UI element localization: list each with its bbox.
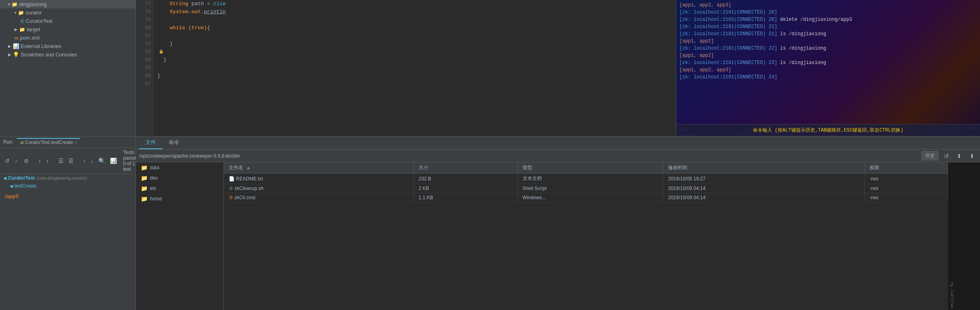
- extra-info: ng Jiafirwx: [948, 162, 980, 310]
- collapse-button[interactable]: ☰: [67, 157, 75, 165]
- col-modified[interactable]: 修改时间: [663, 162, 864, 174]
- download-button[interactable]: ⬇: [967, 152, 977, 160]
- term-line-6: [app1, app2]: [679, 38, 977, 45]
- tree-item-external-libraries[interactable]: ▶ 📊 External Libraries: [0, 42, 136, 50]
- up-button[interactable]: ↑: [82, 157, 88, 165]
- code-line-86: }: [157, 72, 673, 80]
- table-row[interactable]: ⚙ zkCleanup.sh 2 KB Shell Script 2019/10…: [224, 184, 948, 193]
- run-toolbar: ↺ ✓ ⊘ ↕ ↕ ☰ ☰ ↑ ↓ 🔍 📊 Tests passed: 0 of…: [0, 148, 136, 174]
- tab-close-button[interactable]: ×: [75, 140, 77, 145]
- file-name: zkCli.cmd: [234, 195, 255, 200]
- stop-button[interactable]: ⊘: [22, 157, 30, 165]
- code-content: String path = clie System.out.println wh…: [154, 0, 676, 136]
- terminal-input-bar[interactable]: 命令输入 (按ALT键提示历史,TAB键路径,ESC键返回,双击CTRL切换): [676, 124, 980, 136]
- chart-button[interactable]: 📊: [108, 157, 118, 165]
- col-modified-label: 修改时间: [668, 165, 687, 170]
- zk-content: 📁 data 📁 dev 📁 etc 📁 home: [136, 162, 980, 310]
- term-line-1: [app1, app2, app3]: [679, 2, 977, 9]
- search-button[interactable]: 🔍: [97, 157, 107, 165]
- file-table: 文件名 ▲ 大小 类型 修改时间: [224, 162, 948, 202]
- expand-arrow: ▶: [14, 27, 18, 32]
- file-tree: ▾ 📁 dingjiaxiong ▾ 📁 curator C CuratorTe…: [0, 0, 136, 136]
- code-line-80: while (true){: [157, 24, 673, 32]
- col-type[interactable]: 类型: [517, 162, 663, 174]
- table-row[interactable]: 📄 README.txt 232 B 文本文档 2019/10/05 19:27…: [224, 174, 948, 184]
- run-panel: Run: ◀ CuratorTest.testCreate × ↺ ✓ ⊘ ↕ …: [0, 136, 136, 310]
- main-area: ▾ 📁 dingjiaxiong ▾ 📁 curator C CuratorTe…: [0, 0, 980, 136]
- term-line-7: [zk: localhost:2181(CONNECTED) 22] ls /d…: [679, 45, 977, 52]
- tree-item-scratches[interactable]: ▶ 💡 Scratches and Consoles: [0, 50, 136, 59]
- code-line-83: 🔒: [157, 48, 673, 56]
- tree-item-target[interactable]: ▶ 📁 target: [0, 25, 136, 34]
- file-name-cell: ⚙ zkCleanup.sh: [224, 184, 413, 193]
- col-filename[interactable]: 文件名 ▲: [224, 162, 413, 174]
- file-name-cell: ⚙ zkCli.cmd: [224, 193, 413, 202]
- zk-tree-item-home[interactable]: 📁 home: [136, 194, 224, 204]
- zk-tree-item-data[interactable]: 📁 data: [136, 162, 224, 173]
- run-content: ◀ CuratorTest (com.dingjiaxiong.curator)…: [0, 174, 136, 310]
- tree-item-curatortest[interactable]: C CuratorTest: [0, 17, 136, 25]
- tab-files[interactable]: 文件: [139, 136, 162, 149]
- down-button[interactable]: ↓: [89, 157, 95, 165]
- xml-icon: m: [14, 36, 18, 40]
- code-line-85: [157, 64, 673, 72]
- term-line-4: [zk: localhost:2181(CONNECTED) 21]: [679, 23, 977, 30]
- code-line-81: [157, 32, 673, 40]
- output-text: /app3: [5, 193, 18, 199]
- refresh-button[interactable]: ↺: [942, 152, 951, 160]
- tab-command[interactable]: 命令: [162, 136, 186, 149]
- tree-item-dingjiaxiong[interactable]: ▾ 📁 dingjiaxiong: [0, 0, 136, 8]
- bottom-area: Run: ◀ CuratorTest.testCreate × ↺ ✓ ⊘ ↕ …: [0, 136, 980, 310]
- file-icon: ⚙: [229, 186, 233, 191]
- code-line-79: [157, 16, 673, 24]
- run-icon: ◀: [20, 140, 23, 145]
- run-tab-curatortest[interactable]: ◀ CuratorTest.testCreate ×: [16, 138, 80, 146]
- zk-folder-icon: 📁: [141, 164, 148, 171]
- java-icon: C: [21, 19, 24, 24]
- file-icon: ⚙: [229, 195, 233, 200]
- tab-command-label: 命令: [169, 139, 179, 145]
- tree-item-curator[interactable]: ▾ 📁 curator: [0, 8, 136, 17]
- run-header: Run: ◀ CuratorTest.testCreate ×: [0, 136, 136, 148]
- code-line-78: System.out.println: [157, 8, 673, 16]
- rerun-button[interactable]: ↺: [3, 157, 11, 165]
- file-icon: 📄: [229, 176, 235, 182]
- tab-files-label: 文件: [146, 139, 156, 145]
- check-button[interactable]: ✓: [13, 157, 21, 165]
- term-line-3: [zk: localhost:2181(CONNECTED) 20] delet…: [679, 16, 977, 23]
- tree-label: Scratches and Consoles: [21, 52, 77, 58]
- sort-az-button[interactable]: ↕: [37, 157, 43, 165]
- tree-item-pomxml[interactable]: m pom.xml: [0, 34, 136, 42]
- test-tree-item-curator[interactable]: ◀ CuratorTest (com.dingjiaxiong.curator): [0, 174, 136, 182]
- file-size-cell: 232 B: [413, 174, 517, 184]
- extra-info-text: ng Jiafirwx: [950, 282, 954, 308]
- zk-path-text: /opt/zookeeper/apache-zookeeper-3.5.6-bi…: [139, 153, 918, 159]
- expand-button[interactable]: ☰: [57, 157, 65, 165]
- folder-icon: 📁: [12, 2, 18, 7]
- col-perms-label: 权限: [870, 165, 879, 170]
- test-tree-item-testcreate[interactable]: ◀ testCreate: [0, 182, 136, 190]
- lib-icon: 📊: [13, 43, 19, 49]
- expand-arrow: ▾: [8, 2, 10, 6]
- history-button[interactable]: 历史: [922, 151, 938, 160]
- tree-label: External Libraries: [21, 43, 61, 49]
- scratch-icon: 💡: [13, 52, 19, 58]
- sort-button[interactable]: ↕: [44, 157, 50, 165]
- upload-button[interactable]: ⬆: [954, 152, 964, 160]
- test-method-label: testCreate: [14, 183, 36, 189]
- table-row[interactable]: ⚙ zkCli.cmd 1.1 KB Windows... 2019/10/09…: [224, 193, 948, 202]
- code-line-82: }: [157, 40, 673, 48]
- file-type-cell: 文本文档: [517, 174, 663, 184]
- terminal-output: [app1, app2, app3] [zk: localhost:2181(C…: [676, 0, 980, 124]
- zk-panel: 文件 命令 /opt/zookeeper/apache-zookeeper-3.…: [136, 136, 980, 310]
- file-perms-cell: -rwx: [864, 193, 948, 202]
- zk-folder-icon: 📁: [141, 196, 148, 202]
- terminal-hint: 命令输入 (按ALT键提示历史,TAB键路径,ESC键返回,双击CTRL切换): [753, 128, 904, 133]
- zk-tree-item-dev[interactable]: 📁 dev: [136, 173, 224, 183]
- zk-tree-item-etc[interactable]: 📁 etc: [136, 183, 224, 194]
- col-perms[interactable]: 权限: [864, 162, 948, 174]
- col-size[interactable]: 大小: [413, 162, 517, 174]
- file-type-cell: Windows...: [517, 193, 663, 202]
- line-numbers: 77 78 79 80 81 82 83 84 85 86 87: [136, 0, 154, 136]
- zk-folder-label: dev: [150, 175, 158, 181]
